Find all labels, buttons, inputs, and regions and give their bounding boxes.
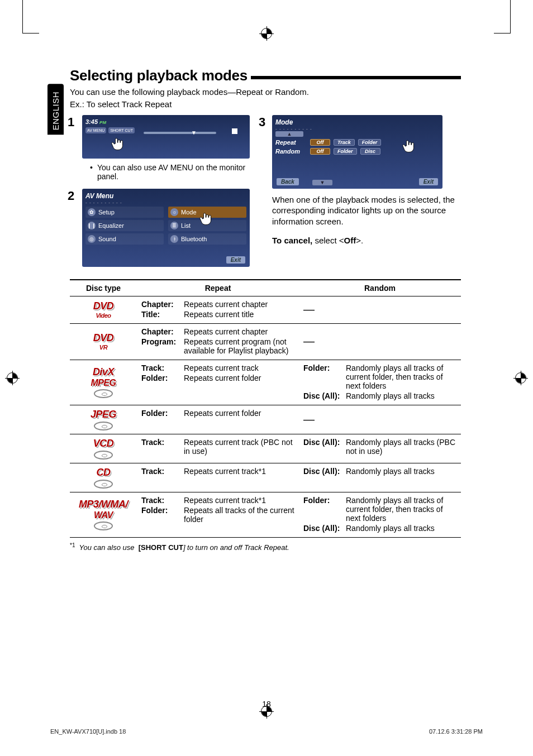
divider: - - - - - - - - - -: [275, 126, 439, 131]
disc-type-cell: DVDVideo: [70, 296, 137, 323]
cancel-instruction: To cancel, select <Off>.: [272, 236, 461, 245]
clock-time: 3:45 PM: [85, 118, 106, 125]
step-1-note-text: You can also use AV MENU on the monitor …: [97, 163, 260, 181]
random-key: Disc (All):: [303, 467, 346, 476]
repeat-off-option[interactable]: Off: [310, 139, 330, 146]
repeat-value: Repeats current track: [184, 363, 294, 372]
av-menu-badge[interactable]: AV MENU: [85, 127, 106, 133]
repeat-key: Track:: [141, 496, 184, 505]
th-repeat: Repeat: [137, 280, 299, 296]
cancel-end: >.: [356, 236, 363, 245]
back-button[interactable]: Back: [277, 178, 299, 185]
exit-button[interactable]: Exit: [419, 178, 438, 185]
random-key: Disc (All):: [303, 391, 346, 400]
sun-icon: ☼: [170, 208, 178, 216]
disc-ellipse-icon: [94, 480, 113, 489]
random-folder-option[interactable]: Folder: [334, 148, 357, 155]
repeat-cell: Track:Repeats current trackFolder:Repeat…: [137, 360, 299, 405]
random-key: Disc (All):: [303, 524, 346, 533]
repeat-track-option[interactable]: Track: [334, 139, 355, 146]
screenshot-status-bar: 3:45 PM AV MENU SHORT CUT ▼: [82, 115, 250, 159]
step-number-3: 3: [259, 115, 265, 130]
table-row: MP3/WMA/WAVTrack:Repeats current track*1…: [70, 492, 461, 537]
cancel-off: Off: [344, 236, 356, 245]
menu-item-label: Equalizer: [98, 222, 124, 229]
repeat-value: Repeats current folder: [184, 374, 294, 382]
screenshot-av-menu: AV Menu - - - - - - - - - - ✿Setup ☼Mode…: [82, 189, 250, 267]
stop-icon[interactable]: [232, 128, 237, 134]
repeat-value: Repeats current track*1: [184, 467, 294, 476]
menu-item-label: Bluetooth: [181, 236, 207, 242]
repeat-cell: Track:Repeats current track (PBC not in …: [137, 434, 299, 463]
step-3-explain: When one of the playback modes is select…: [272, 194, 461, 227]
page-number: 18: [262, 700, 271, 709]
page-title-text: Selecting playback modes: [70, 67, 248, 84]
repeat-value: Repeats current folder: [184, 409, 294, 418]
random-cell: Folder:Randomly plays all tracks of curr…: [299, 360, 461, 405]
disc-type-cell: CD: [70, 463, 137, 492]
menu-item-bluetooth[interactable]: ᚼBluetooth: [168, 233, 246, 245]
menu-item-label: Mode: [181, 209, 197, 216]
random-key: Disc (All):: [303, 438, 346, 456]
repeat-folder-option[interactable]: Folder: [358, 139, 382, 146]
random-key: Folder:: [303, 363, 346, 390]
exit-button[interactable]: Exit: [226, 256, 245, 264]
random-off-option[interactable]: Off: [310, 148, 330, 155]
footnote-text: You can also use: [79, 543, 136, 552]
disc-type-cell: MP3/WMA/WAV: [70, 492, 137, 537]
disc-logo: DVD: [93, 300, 114, 312]
clock-ampm: PM: [99, 120, 106, 125]
disc-type-cell: JPEG: [70, 405, 137, 434]
random-disc-option[interactable]: Disc: [360, 148, 380, 155]
random-cell: —: [299, 405, 461, 434]
registration-mark: [261, 28, 272, 39]
footnote-bold: [SHORT CUT: [139, 543, 183, 552]
repeat-key: Folder:: [141, 506, 184, 524]
random-cell: Folder:Randomly plays all tracks of curr…: [299, 492, 461, 537]
random-value: Randomly plays all tracks of current fol…: [346, 496, 456, 523]
menu-item-sound[interactable]: ◎Sound: [85, 233, 164, 245]
bluetooth-icon: ᚼ: [170, 235, 178, 243]
th-random: Random: [299, 280, 461, 296]
repeat-cell: Track:Repeats current track*1: [137, 463, 299, 492]
repeat-key: Chapter:: [141, 327, 184, 336]
repeat-key: Program:: [141, 337, 184, 355]
up-arrow-button[interactable]: ▲: [275, 131, 303, 137]
repeat-cell: Chapter:Repeats current chapterProgram:R…: [137, 323, 299, 360]
clock-time-value: 3:45: [85, 118, 98, 125]
disc-logo: DivX: [93, 366, 114, 377]
table-row: DVDVRChapter:Repeats current chapterProg…: [70, 323, 461, 360]
random-row-label: Random: [275, 148, 307, 155]
menu-item-equalizer[interactable]: ❙❙Equalizer: [85, 220, 164, 231]
mode-panel-title: Mode: [275, 118, 439, 126]
random-cell: Disc (All):Randomly plays all tracks (PB…: [299, 434, 461, 463]
short-cut-badge[interactable]: SHORT CUT: [108, 127, 135, 133]
down-arrow-button[interactable]: ▼: [312, 180, 332, 185]
down-arrow-icon: ▼: [191, 130, 197, 136]
menu-item-setup[interactable]: ✿Setup: [85, 207, 164, 218]
disc-logo: WAV: [94, 510, 113, 520]
repeat-key: Folder:: [141, 409, 184, 418]
footnote-marker: *1: [70, 542, 75, 548]
print-footer: EN_KW-AVX710[U].indb 18 07.12.6 3:31:28 …: [50, 728, 483, 735]
menu-item-label: List: [181, 222, 191, 229]
table-row: DivXMPEGTrack:Repeats current trackFolde…: [70, 360, 461, 405]
table-row: JPEGFolder:Repeats current folder—: [70, 405, 461, 434]
page-title: Selecting playback modes: [70, 67, 461, 84]
random-value: Randomly plays all tracks (PBC not in us…: [346, 438, 456, 456]
table-row: VCDTrack:Repeats current track (PBC not …: [70, 434, 461, 463]
intro-text-2: Ex.: To select Track Repeat: [70, 99, 461, 110]
disc-ellipse-icon: [94, 422, 113, 430]
registration-mark: [7, 372, 18, 384]
av-menu-title: AV Menu: [85, 192, 246, 200]
gear-icon: ✿: [88, 208, 96, 216]
random-cell: Disc (All):Randomly plays all tracks: [299, 463, 461, 492]
progress-bar: [144, 132, 216, 134]
disc-logo: VCD: [93, 438, 114, 449]
crop-mark: [494, 0, 511, 34]
footnote: *1 You can also use [SHORT CUT] to turn …: [70, 542, 461, 552]
crop-mark: [22, 0, 39, 34]
random-value: Randomly plays all tracks of current fol…: [346, 363, 456, 390]
repeat-key: Track:: [141, 438, 184, 456]
disc-sublabel: Video: [74, 312, 132, 319]
